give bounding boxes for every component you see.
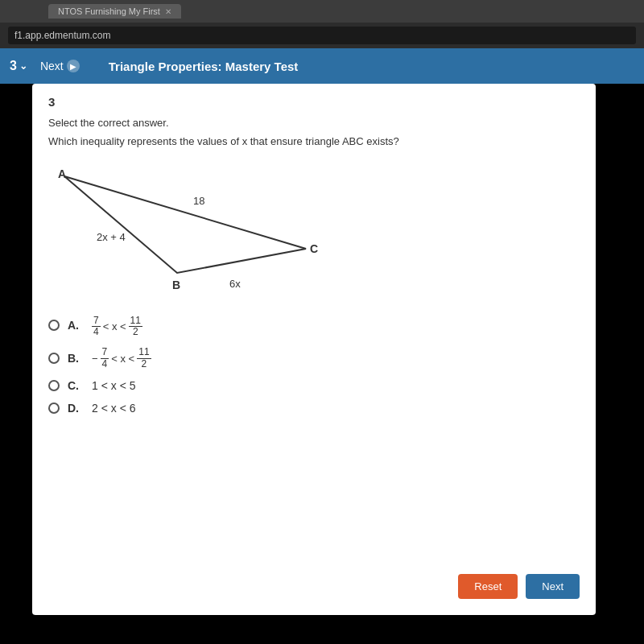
svg-text:18: 18 [193, 195, 204, 207]
reset-button[interactable]: Reset [458, 574, 518, 599]
choices-container: A. 74 < x < 112 B. −74 < x < 112 [32, 313, 596, 415]
choice-d-label: D. [68, 402, 84, 415]
choice-d-text: 2 < x < 6 [92, 402, 135, 415]
svg-text:B: B [172, 279, 180, 291]
question-header: 3 [32, 84, 596, 109]
bottom-buttons: Reset Next [458, 574, 580, 599]
choice-b-label: B. [68, 352, 84, 365]
svg-text:2x + 4: 2x + 4 [97, 231, 126, 243]
radio-d[interactable] [48, 402, 60, 414]
address-input[interactable] [8, 27, 636, 44]
radio-b[interactable] [48, 353, 60, 364]
svg-text:A: A [58, 168, 66, 180]
svg-marker-0 [64, 176, 306, 273]
tab-title: NTOS Furnishing My First [58, 6, 160, 16]
next-button[interactable]: Next [526, 574, 580, 599]
question-body: Select the correct answer. Which inequal… [32, 109, 596, 168]
choice-c[interactable]: C. 1 < x < 5 [48, 379, 580, 392]
triangle-diagram: A B C 18 2x + 4 6x [56, 168, 330, 297]
choice-b[interactable]: B. −74 < x < 112 [48, 347, 580, 369]
svg-text:6x: 6x [229, 278, 241, 290]
question-text: Which inequality represents the values o… [48, 135, 580, 147]
instruction-text: Select the correct answer. [48, 117, 580, 129]
question-number-display: 3 ⌄ [10, 59, 27, 73]
svg-text:C: C [310, 242, 318, 255]
radio-c[interactable] [48, 380, 60, 391]
choice-c-text: 1 < x < 5 [92, 379, 135, 392]
choice-d[interactable]: D. 2 < x < 6 [48, 402, 580, 415]
tab-bar: NTOS Furnishing My First ✕ [0, 0, 644, 23]
page-title: Triangle Properties: Mastery Test [109, 60, 299, 73]
triangle-svg: A B C 18 2x + 4 6x [56, 168, 330, 297]
choice-a[interactable]: A. 74 < x < 112 [48, 313, 580, 337]
content-area: 3 Select the correct answer. Which inequ… [32, 84, 596, 615]
choice-a-text: 74 < x < 112 [92, 313, 142, 337]
address-bar [0, 23, 644, 48]
chevron-down-icon[interactable]: ⌄ [19, 60, 27, 72]
choice-b-text: −74 < x < 112 [92, 347, 151, 369]
radio-a[interactable] [48, 320, 60, 331]
tab-close-icon[interactable]: ✕ [165, 7, 171, 16]
app-toolbar: 3 ⌄ Next ▶ Triangle Properties: Mastery … [0, 48, 644, 84]
choice-a-label: A. [68, 319, 84, 332]
next-toolbar-button[interactable]: Next ▶ [40, 60, 80, 72]
choice-c-label: C. [68, 379, 84, 392]
browser-chrome: NTOS Furnishing My First ✕ [0, 0, 644, 48]
browser-tab[interactable]: NTOS Furnishing My First ✕ [48, 4, 181, 19]
next-circle-icon: ▶ [67, 60, 80, 72]
